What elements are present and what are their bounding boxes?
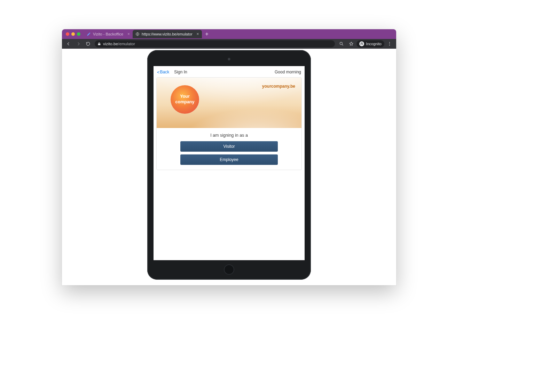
incognito-label: Incognito xyxy=(366,42,382,46)
tablet-frame: < Back Sign In Good morning Yourcompany … xyxy=(147,50,311,280)
browser-window: Vizito - Backoffice × https://www.vizito… xyxy=(62,29,396,285)
new-tab-button[interactable]: + xyxy=(202,31,212,37)
company-logo: Yourcompany xyxy=(171,85,199,114)
signin-card: Yourcompany yourcompany.be I am signing … xyxy=(156,77,302,170)
tablet-screen: < Back Sign In Good morning Yourcompany … xyxy=(154,66,305,260)
incognito-badge: Incognito xyxy=(356,40,384,47)
prompt-text: I am signing in as a xyxy=(157,133,301,138)
tab-inactive[interactable]: Vizito - Backoffice × xyxy=(84,30,133,38)
globe-icon xyxy=(135,32,140,36)
tab-title: https://www.vizito.be/emulator xyxy=(142,32,193,36)
tablet-home-button[interactable] xyxy=(224,264,234,275)
pencil-icon xyxy=(87,32,91,36)
toolbar: vizito.be/emulator Incognito xyxy=(62,39,396,49)
chevron-left-icon: < xyxy=(157,70,160,75)
lock-icon xyxy=(97,42,101,46)
tablet-camera xyxy=(228,58,230,61)
zoom-icon[interactable] xyxy=(337,40,346,48)
url-text: vizito.be/emulator xyxy=(103,42,135,46)
toolbar-right: Incognito xyxy=(337,40,394,48)
maximize-window-button[interactable] xyxy=(77,32,80,36)
svg-point-2 xyxy=(389,42,390,43)
minimize-window-button[interactable] xyxy=(71,32,75,36)
menu-icon[interactable] xyxy=(385,40,394,48)
close-icon[interactable]: × xyxy=(127,32,130,37)
tab-title: Vizito - Backoffice xyxy=(93,32,123,36)
svg-point-4 xyxy=(389,45,390,46)
app-bar-title: Sign In xyxy=(174,70,187,74)
company-url: yourcompany.be xyxy=(262,84,295,89)
back-link-label: Back xyxy=(160,70,170,74)
employee-button[interactable]: Employee xyxy=(180,154,278,165)
tab-strip: Vizito - Backoffice × https://www.vizito… xyxy=(62,29,396,39)
reload-button[interactable] xyxy=(84,40,93,48)
address-bar[interactable]: vizito.be/emulator xyxy=(95,40,335,47)
banner: Yourcompany yourcompany.be xyxy=(157,78,301,128)
star-icon[interactable] xyxy=(347,40,356,48)
greeting-label: Good morning xyxy=(275,70,301,74)
close-icon[interactable]: × xyxy=(197,32,199,37)
page-content: < Back Sign In Good morning Yourcompany … xyxy=(62,49,396,285)
tab-active[interactable]: https://www.vizito.be/emulator × xyxy=(133,30,202,38)
close-window-button[interactable] xyxy=(66,32,69,36)
visitor-button[interactable]: Visitor xyxy=(180,141,278,152)
incognito-icon xyxy=(359,41,364,46)
app-bar: < Back Sign In Good morning xyxy=(156,67,303,77)
forward-button[interactable] xyxy=(74,40,83,48)
back-button[interactable] xyxy=(64,40,73,48)
svg-point-1 xyxy=(340,42,343,45)
back-link[interactable]: < Back xyxy=(157,70,169,75)
window-controls xyxy=(66,32,80,36)
svg-point-3 xyxy=(389,43,390,44)
